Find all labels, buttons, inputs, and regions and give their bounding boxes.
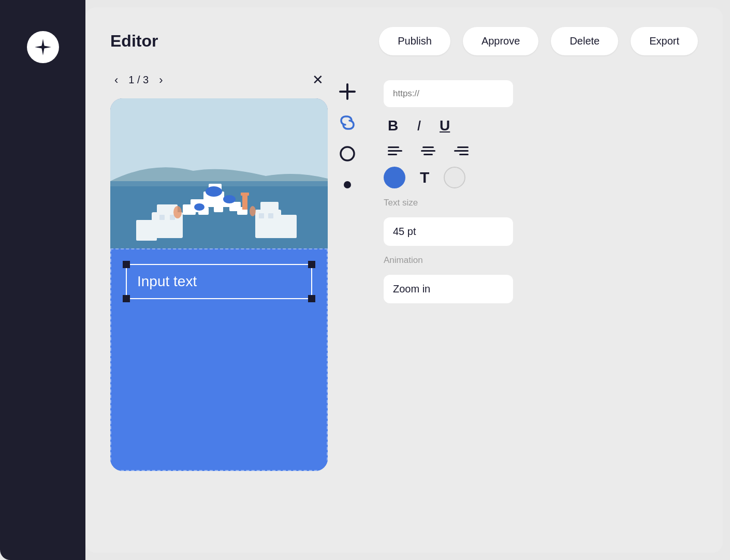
delete-button[interactable]: Delete xyxy=(551,27,618,55)
header: Editor Publish Approve Delete Export xyxy=(85,7,723,70)
text-style-button[interactable]: T xyxy=(416,169,433,186)
canvas-photo xyxy=(110,98,328,248)
url-input[interactable] xyxy=(384,80,513,107)
canvas-photo-svg xyxy=(110,98,328,248)
svg-rect-26 xyxy=(268,213,273,218)
svg-rect-15 xyxy=(242,194,247,210)
italic-button[interactable]: I xyxy=(413,116,425,135)
slide-navigation: ‹ 1 / 3 › ✕ xyxy=(110,70,328,90)
circle-icon xyxy=(338,144,357,163)
svg-rect-21 xyxy=(260,202,279,212)
svg-point-13 xyxy=(223,195,236,203)
canvas-frame: Input text xyxy=(110,98,328,471)
page-title: Editor xyxy=(110,32,158,51)
color-row: T xyxy=(384,167,698,188)
svg-point-12 xyxy=(206,186,222,197)
animation-input[interactable] xyxy=(384,275,513,303)
svg-rect-10 xyxy=(183,204,196,215)
publish-button[interactable]: Publish xyxy=(379,27,450,55)
canvas-input-text[interactable]: Input text xyxy=(137,273,197,289)
animation-label: Animation xyxy=(384,255,698,266)
canvas-area: ‹ 1 / 3 › ✕ xyxy=(110,70,328,532)
bold-button[interactable]: B xyxy=(384,116,402,135)
text-align-row xyxy=(384,144,698,157)
resize-handle-br[interactable] xyxy=(308,295,315,302)
tools-column xyxy=(338,70,361,532)
svg-rect-23 xyxy=(159,215,165,220)
link-icon xyxy=(338,113,357,132)
star-icon xyxy=(34,38,52,56)
resize-handle-bl[interactable] xyxy=(123,295,130,302)
shape-circle-button[interactable] xyxy=(338,144,357,163)
properties-panel: B I U xyxy=(371,70,698,532)
add-element-button[interactable] xyxy=(338,82,357,101)
svg-point-27 xyxy=(173,206,182,218)
next-slide-button[interactable]: › xyxy=(155,71,167,89)
link-button[interactable] xyxy=(338,113,357,132)
content-area: ‹ 1 / 3 › ✕ xyxy=(85,70,723,553)
color-filled-button[interactable] xyxy=(384,167,405,188)
svg-rect-16 xyxy=(241,193,249,196)
svg-rect-22 xyxy=(276,215,297,238)
svg-rect-19 xyxy=(136,220,157,241)
close-canvas-button[interactable]: ✕ xyxy=(308,70,328,90)
color-empty-button[interactable] xyxy=(444,167,465,188)
text-size-label: Text size xyxy=(384,198,698,208)
align-center-icon xyxy=(421,146,435,155)
canvas-text-box[interactable]: Input text xyxy=(126,264,312,299)
align-right-button[interactable] xyxy=(450,144,473,157)
align-right-icon xyxy=(454,146,469,155)
slide-counter: 1 / 3 xyxy=(128,74,149,86)
dot-icon xyxy=(338,175,357,194)
underline-button[interactable]: U xyxy=(435,116,454,135)
svg-rect-8 xyxy=(214,204,223,212)
align-center-button[interactable] xyxy=(417,144,440,157)
align-left-icon xyxy=(388,146,402,155)
app-logo[interactable] xyxy=(27,31,59,63)
svg-rect-25 xyxy=(259,213,264,218)
text-size-input[interactable] xyxy=(384,217,513,246)
approve-button[interactable]: Approve xyxy=(463,27,539,55)
dot-button[interactable] xyxy=(338,175,357,194)
sidebar xyxy=(0,0,85,560)
svg-point-32 xyxy=(344,181,351,188)
prev-slide-button[interactable]: ‹ xyxy=(110,71,122,89)
svg-point-31 xyxy=(341,147,354,160)
svg-point-14 xyxy=(194,203,205,211)
main-area: Editor Publish Approve Delete Export ‹ 1… xyxy=(85,7,723,553)
svg-point-28 xyxy=(250,206,256,216)
canvas-text-area[interactable]: Input text xyxy=(110,248,328,471)
export-button[interactable]: Export xyxy=(631,27,698,55)
align-left-button[interactable] xyxy=(384,144,406,157)
plus-icon xyxy=(338,82,357,101)
text-format-row: B I U xyxy=(384,116,698,135)
